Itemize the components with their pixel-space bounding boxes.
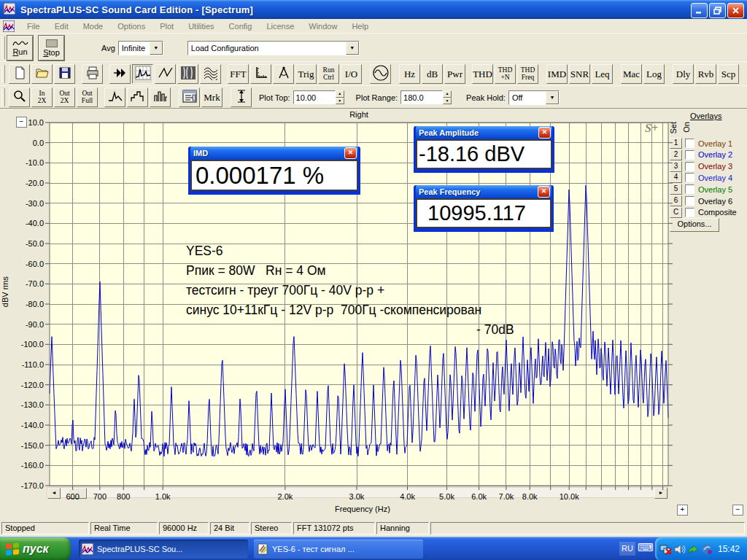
signal-generator-button[interactable] bbox=[370, 64, 391, 84]
menu-item-edit[interactable]: Edit bbox=[47, 22, 76, 31]
surface-plot-button[interactable] bbox=[200, 64, 221, 84]
plot-top-spinner[interactable]: ▲▼ bbox=[336, 90, 344, 104]
overlay-on-checkbox-4[interactable] bbox=[685, 173, 694, 182]
toolbar-button-mac[interactable]: Mac bbox=[621, 64, 642, 84]
toolbar-button-mrk[interactable]: Mrk bbox=[201, 88, 222, 107]
plot-range-spinner[interactable]: ▲▼ bbox=[443, 90, 452, 104]
magnifier-button[interactable] bbox=[9, 88, 30, 107]
menu-item-mode[interactable]: Mode bbox=[76, 22, 111, 31]
taskbar-task-1[interactable]: YES-6 - тест сигнал ... bbox=[254, 540, 423, 559]
step-bars-button[interactable] bbox=[127, 88, 148, 107]
overlay-on-checkbox-3[interactable] bbox=[685, 162, 694, 171]
stop-button[interactable]: Stop bbox=[39, 36, 64, 61]
toolbar-button-rvb[interactable]: Rvb bbox=[695, 64, 716, 84]
zoom-in-x-button[interactable]: + bbox=[677, 505, 688, 516]
toolbar-button-out-2x[interactable]: Out2X bbox=[54, 88, 75, 107]
imd-window-titlebar[interactable]: IMD ✕ bbox=[190, 147, 358, 160]
toolbar-button-log[interactable]: Log bbox=[643, 64, 665, 84]
language-indicator[interactable]: RU bbox=[619, 542, 635, 556]
keyboard-icon[interactable]: ⌨ bbox=[638, 541, 654, 554]
menu-item-file[interactable]: File bbox=[20, 22, 47, 31]
imd-window[interactable]: IMD ✕ 0.000171 % bbox=[188, 147, 360, 195]
load-configuration-select[interactable]: Load Configuration ▼ bbox=[187, 41, 360, 55]
toolbar-button-db[interactable]: dB bbox=[422, 64, 443, 84]
peak-hold-select[interactable]: Off ▼ bbox=[508, 90, 560, 105]
network-offline-icon[interactable] bbox=[659, 543, 672, 556]
overlay-on-checkbox-2[interactable] bbox=[685, 150, 694, 160]
toolbar-button-i-o[interactable]: I/O bbox=[341, 64, 362, 84]
annotation-line: синус 10+11кГц - 12V p-p 700Гц -скомпенс… bbox=[186, 300, 514, 320]
overlay-on-checkbox-1[interactable] bbox=[685, 139, 694, 148]
histogram-button[interactable] bbox=[150, 88, 171, 107]
menu-item-window[interactable]: Window bbox=[301, 22, 344, 31]
display-dialog-button[interactable] bbox=[179, 88, 200, 107]
menu-item-config[interactable]: Config bbox=[222, 22, 260, 31]
toolbar-grip[interactable] bbox=[1, 36, 5, 58]
scale-ruler-button[interactable] bbox=[250, 64, 271, 84]
peak-frequency-window[interactable]: Peak Frequency ✕ 10995.117 bbox=[414, 185, 554, 232]
peak-curve-button[interactable] bbox=[104, 88, 125, 107]
open-folder-button[interactable] bbox=[31, 64, 53, 84]
plot-range-input[interactable] bbox=[400, 90, 443, 104]
overlay-on-checkbox-6[interactable] bbox=[685, 196, 694, 206]
toolbar-button-leq[interactable]: Leq bbox=[592, 64, 613, 84]
taskbar-clock[interactable]: 15:42 bbox=[718, 544, 740, 554]
new-document-button[interactable] bbox=[9, 64, 30, 84]
restore-button[interactable] bbox=[709, 3, 726, 18]
menu-item-license[interactable]: License bbox=[259, 22, 301, 31]
spectrum-view-button[interactable] bbox=[132, 64, 153, 84]
toolbar-button-thd-n[interactable]: THD+N bbox=[495, 64, 516, 84]
taskbar-task-0[interactable]: SpectraPLUS-SC Sou... bbox=[79, 540, 248, 559]
menu-item-options[interactable]: Options bbox=[110, 22, 152, 31]
minimize-button[interactable] bbox=[691, 3, 708, 18]
close-icon[interactable]: ✕ bbox=[538, 186, 550, 198]
close-icon[interactable]: ✕ bbox=[538, 127, 551, 139]
menu-item-utilities[interactable]: Utilities bbox=[181, 22, 221, 31]
toolbar-button-out-full[interactable]: OutFull bbox=[77, 88, 98, 107]
update-icon[interactable] bbox=[687, 543, 700, 556]
messenger-icon[interactable] bbox=[701, 543, 713, 556]
chevron-down-icon[interactable]: ▼ bbox=[546, 91, 559, 104]
toolbar-button-thd[interactable]: THD bbox=[472, 64, 493, 84]
close-button[interactable] bbox=[727, 3, 744, 18]
menu-item-plot[interactable]: Plot bbox=[152, 22, 181, 31]
mdi-document-icon[interactable] bbox=[3, 20, 15, 31]
overlay-on-checkbox-5[interactable] bbox=[685, 184, 694, 194]
collapse-y-button[interactable]: − bbox=[16, 117, 27, 128]
toolbar-button-thd-freq[interactable]: THDFreq bbox=[517, 64, 538, 84]
spectrogram-button[interactable] bbox=[177, 64, 198, 84]
peak-amplitude-titlebar[interactable]: Peak Amplitude ✕ bbox=[416, 126, 552, 139]
toolbar-grip[interactable] bbox=[1, 88, 5, 106]
menu-item-help[interactable]: Help bbox=[344, 22, 376, 31]
toolbar-button-snr[interactable]: SNR bbox=[569, 64, 590, 84]
plot-top-input[interactable] bbox=[293, 90, 336, 104]
toolbar-button-run-ctrl[interactable]: RunCtrl bbox=[318, 64, 339, 84]
run-button[interactable]: Run bbox=[7, 36, 33, 61]
start-button[interactable]: пуск bbox=[0, 537, 71, 560]
toolbar-button-imd[interactable]: IMD bbox=[546, 64, 568, 84]
vertical-scale-button[interactable] bbox=[231, 88, 252, 107]
toolbar-button-pwr[interactable]: Pwr bbox=[444, 64, 465, 84]
volume-icon[interactable] bbox=[673, 543, 686, 556]
peak-frequency-titlebar[interactable]: Peak Frequency ✕ bbox=[416, 185, 551, 198]
peak-amplitude-window[interactable]: Peak Amplitude ✕ -18.16 dBV bbox=[414, 126, 554, 173]
toolbar-button-in-2x[interactable]: In2X bbox=[31, 88, 53, 107]
toolbar-button-scp[interactable]: Scp bbox=[718, 64, 739, 84]
toolbar-button-dly[interactable]: Dly bbox=[673, 64, 694, 84]
zoom-out-x-button[interactable]: − bbox=[732, 505, 743, 516]
chevron-down-icon[interactable]: ▼ bbox=[346, 42, 359, 55]
avg-select[interactable]: Infinite ▼ bbox=[118, 41, 163, 55]
toolbar-button-hz[interactable]: Hz bbox=[399, 64, 420, 84]
chevron-down-icon[interactable]: ▼ bbox=[150, 42, 163, 55]
close-icon[interactable]: ✕ bbox=[344, 147, 357, 159]
save-button[interactable] bbox=[54, 64, 75, 84]
overlay-options-button[interactable]: Options... bbox=[670, 218, 719, 232]
toolbar-button-trig[interactable]: Trig bbox=[295, 64, 317, 84]
toolbar-button-fft[interactable]: FFT bbox=[228, 64, 249, 84]
time-series-button[interactable] bbox=[155, 64, 176, 84]
fast-forward-button[interactable] bbox=[109, 64, 131, 84]
overlay-on-checkbox-c[interactable] bbox=[685, 208, 694, 217]
caliper-button[interactable] bbox=[273, 64, 294, 84]
toolbar-grip[interactable] bbox=[1, 65, 5, 84]
print-button[interactable] bbox=[82, 64, 103, 84]
